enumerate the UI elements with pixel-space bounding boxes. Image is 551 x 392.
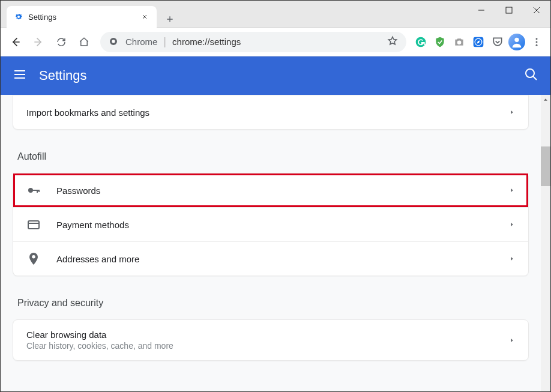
chevron-right-icon (509, 107, 515, 118)
row-passwords[interactable]: Passwords (13, 173, 528, 207)
extension-shield-icon[interactable] (432, 34, 448, 50)
chevron-right-icon (509, 185, 515, 196)
chevron-right-icon (509, 253, 515, 264)
svg-rect-0 (506, 7, 512, 13)
omnibox-origin-label: Chrome (125, 37, 157, 47)
reload-button[interactable] (51, 32, 71, 52)
row-clear-browsing-data[interactable]: Clear browsing data Clear history, cooki… (13, 320, 528, 360)
profile-avatar[interactable] (508, 34, 525, 50)
chevron-right-icon (509, 219, 515, 230)
omnibox-separator: | (163, 35, 166, 48)
content-area: Import bookmarks and settings Autofill P… (1, 95, 550, 391)
window-controls (468, 1, 550, 20)
bookmark-star-icon[interactable] (387, 35, 398, 49)
privacy-card: Clear browsing data Clear history, cooki… (13, 319, 529, 361)
svg-point-11 (526, 69, 534, 77)
chrome-icon (109, 37, 119, 47)
browser-menu-button[interactable] (528, 33, 546, 51)
close-icon[interactable] (140, 12, 149, 22)
minimize-button[interactable] (468, 1, 495, 20)
scrollbar[interactable] (541, 95, 550, 391)
row-label: Import bookmarks and settings (26, 107, 509, 118)
row-addresses[interactable]: Addresses and more (13, 241, 528, 276)
svg-point-7 (514, 37, 519, 41)
row-label: Payment methods (56, 220, 509, 230)
close-window-button[interactable] (523, 1, 550, 20)
row-label: Clear browsing data (26, 330, 509, 340)
omnibox-url: chrome://settings (172, 37, 381, 47)
chevron-right-icon (509, 335, 515, 346)
location-pin-icon (26, 252, 41, 266)
extension-pocket-icon[interactable] (489, 34, 506, 50)
svg-point-9 (536, 41, 538, 43)
row-sublabel: Clear history, cookies, cache, and more (26, 341, 509, 351)
row-label: Addresses and more (56, 254, 509, 264)
gear-icon (14, 12, 23, 22)
tab-title: Settings (28, 13, 140, 22)
section-title-privacy: Privacy and security (17, 298, 529, 309)
omnibox[interactable]: Chrome | chrome://settings (100, 32, 406, 52)
back-button[interactable] (5, 32, 26, 52)
svg-point-10 (536, 44, 538, 46)
menu-icon[interactable] (13, 67, 27, 84)
svg-point-8 (536, 38, 538, 40)
extension-camera-icon[interactable] (451, 34, 468, 50)
svg-rect-15 (38, 190, 40, 192)
row-import-bookmarks[interactable]: Import bookmarks and settings (13, 95, 528, 129)
extension-compass-icon[interactable] (470, 34, 487, 50)
settings-header: Settings (1, 56, 550, 95)
scroll-up-arrow-icon[interactable] (541, 95, 550, 104)
key-icon (26, 183, 41, 198)
home-button[interactable] (74, 32, 94, 52)
browser-toolbar: Chrome | chrome://settings (1, 28, 550, 56)
window-titlebar: Settings (1, 1, 550, 28)
search-icon[interactable] (524, 67, 538, 84)
scrollbar-thumb[interactable] (541, 146, 550, 186)
maximize-button[interactable] (495, 1, 523, 20)
credit-card-icon (26, 217, 41, 232)
section-title-autofill: Autofill (17, 151, 529, 162)
new-tab-button[interactable] (161, 11, 178, 28)
extension-grammarly-icon[interactable] (412, 34, 429, 50)
svg-rect-13 (32, 190, 39, 191)
tab-strip: Settings (1, 1, 468, 28)
row-label: Passwords (56, 185, 509, 196)
forward-button[interactable] (28, 32, 49, 52)
autofill-card: Passwords Payment methods Addresses and … (13, 173, 529, 276)
svg-rect-16 (28, 221, 39, 229)
svg-point-4 (457, 40, 462, 44)
import-card: Import bookmarks and settings (13, 95, 529, 130)
svg-rect-14 (37, 190, 38, 193)
svg-point-12 (28, 188, 33, 193)
row-payment-methods[interactable]: Payment methods (13, 207, 528, 241)
browser-tab-settings[interactable]: Settings (7, 6, 157, 28)
svg-point-2 (112, 40, 115, 43)
page-title: Settings (39, 68, 87, 83)
